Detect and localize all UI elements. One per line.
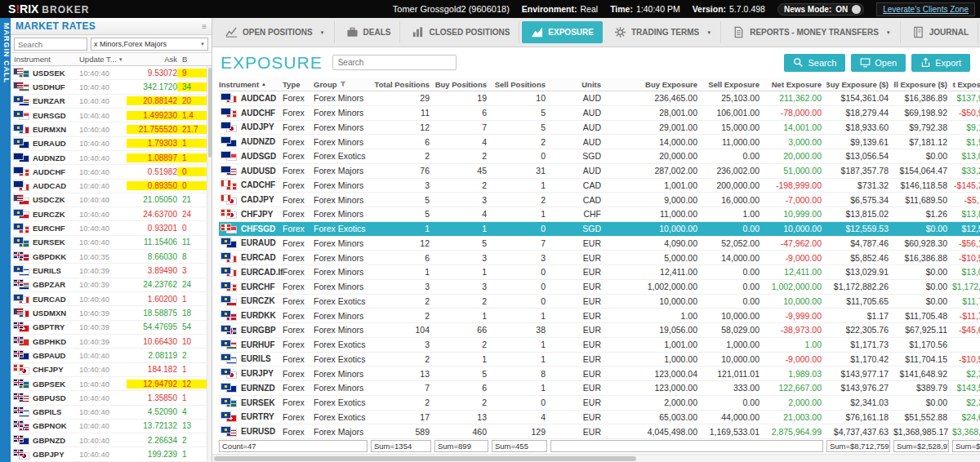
- chevron-down-icon[interactable]: ▼: [320, 30, 325, 35]
- market-rate-row[interactable]: GBPNZD10:40:402.266342: [11, 433, 212, 447]
- col-header-net-exposure[interactable]: Net Exposure: [764, 80, 826, 89]
- exposure-row[interactable]: AUDCADForexForex Minors291910AUD236,465.…: [219, 91, 980, 106]
- market-rate-row[interactable]: EURCHF10:40:400.932010: [11, 221, 212, 235]
- col-header-total-positions[interactable]: Total Positions: [371, 80, 434, 89]
- exposure-row[interactable]: EURNZDForexForex Minors761EUR123,000.003…: [219, 381, 980, 396]
- market-rate-row[interactable]: GBPHKD10:40:3910.6643010: [11, 335, 212, 349]
- exposure-row[interactable]: CHFSGDForexForex Exotics110SGD10,000.000…: [219, 222, 980, 237]
- exposure-row[interactable]: EURCAD.IfForexForex Minors110EUR12,411.0…: [219, 265, 980, 280]
- market-rate-row[interactable]: GBPDKK10:40:358.660308: [11, 250, 212, 264]
- market-rate-row[interactable]: EURAUD10:40:401.793031: [11, 137, 212, 151]
- market-rate-row[interactable]: EURILS10:40:393.894903: [11, 264, 212, 278]
- exposure-row[interactable]: CADJPYForexForex Minors532CAD9,000.0016,…: [219, 193, 980, 207]
- col-header-type[interactable]: Type: [283, 80, 314, 89]
- market-rate-row[interactable]: EURZAR10:40:4020.8814220: [11, 95, 212, 109]
- col-header-units[interactable]: Units: [550, 80, 606, 89]
- exposure-row[interactable]: EURHUFForexForex Exotics321EUR1,001.001,…: [219, 338, 980, 353]
- chevron-down-icon[interactable]: ▼: [706, 30, 711, 35]
- news-mode-toggle[interactable]: News Mode: ON: [777, 3, 864, 16]
- export-button[interactable]: Export: [911, 54, 970, 72]
- market-rate-row[interactable]: GBPJPY10:40:40199.2391: [11, 447, 212, 461]
- col-header-buy-positions[interactable]: Buy Positions: [434, 80, 492, 89]
- col-header-sell-exposure[interactable]: Sell Exposure ($): [893, 80, 952, 89]
- market-rate-row[interactable]: GBPUSD10:40:401.358501: [11, 391, 212, 405]
- flag-pair: [13, 180, 30, 191]
- tab-trading-terms[interactable]: TRADING TERMS▼: [605, 21, 721, 43]
- market-rate-row[interactable]: USDCZK10:40:4021.0505021: [11, 193, 212, 207]
- market-rate-row[interactable]: EURSGD10:40:401.4992301.4: [11, 109, 212, 122]
- col-header-sell-positions[interactable]: Sell Positions: [492, 80, 550, 89]
- ask-value: 1.08897: [127, 153, 177, 162]
- market-rate-row[interactable]: GBPZAR10:40:3924.2376224: [11, 278, 212, 292]
- chevron-down-icon[interactable]: ▼: [886, 30, 891, 35]
- market-rate-row[interactable]: GBPNOK10:40:4013.7213213: [11, 420, 212, 433]
- exposure-row[interactable]: EURGBPForexForex Minors1046638EUR19,056.…: [219, 323, 980, 338]
- tab-journal[interactable]: JOURNAL: [903, 21, 978, 43]
- col-header-sell-exposure[interactable]: Sell Exposure: [702, 80, 764, 89]
- market-rate-row[interactable]: CHFJPY10:40:40184.1821: [11, 363, 212, 377]
- market-rates-filter-dropdown[interactable]: x Minors,Forex Majors ▼: [91, 38, 208, 51]
- col-header-net-exposure[interactable]: Net Exposure ($): [952, 80, 980, 89]
- market-rate-row[interactable]: AUDCAD10:40:400.893500: [11, 180, 212, 193]
- exposure-row[interactable]: EURTRYForexForex Exotics17134EUR65,003.0…: [219, 411, 980, 425]
- exposure-row[interactable]: CADCHFForexForex Minors321CAD1,001.00200…: [219, 179, 980, 193]
- market-rate-row[interactable]: USDMXN10:40:3918.5887518: [11, 306, 212, 320]
- exposure-row[interactable]: AUDNZDForexForex Minors642AUD14,000.0011…: [219, 135, 980, 149]
- market-rate-row[interactable]: USDSEK10:40:409.530729: [11, 66, 212, 80]
- exposure-search-input[interactable]: [332, 55, 457, 70]
- exposure-row[interactable]: EURUSDForexForex Majors589460129EUR4,045…: [219, 424, 980, 439]
- tab-reports-money-transfers[interactable]: REPORTS - MONEY TRANSFERS▼: [724, 21, 901, 43]
- margin-call-tab[interactable]: MARGIN CALL: [0, 18, 11, 462]
- exposure-row[interactable]: EURCHFForexForex Minors330EUR1,002,000.0…: [219, 280, 980, 295]
- market-rate-row[interactable]: USDHUF10:40:40342.172034: [11, 80, 212, 94]
- open-button[interactable]: Open: [851, 54, 906, 72]
- col-header-buy-exposure[interactable]: Buy Exposure ($): [826, 80, 893, 89]
- exposure-row[interactable]: EURCADForexForex Minors633EUR5,000.0014,…: [219, 251, 980, 265]
- filter-icon[interactable]: [340, 81, 346, 87]
- exposure-row[interactable]: EURILSForexForex Exotics211EUR1,000.0010…: [219, 353, 980, 367]
- market-rate-row[interactable]: AUDCHF10:40:400.519820: [11, 165, 212, 179]
- tab-deals[interactable]: DEALS: [337, 21, 401, 43]
- exposure-row[interactable]: EURAUDForexForex Minors1257EUR4,090.0052…: [219, 237, 980, 251]
- market-col-update-t[interactable]: Update T...▼: [79, 55, 127, 64]
- market-rate-row[interactable]: AUDNZD10:40:401.088971: [11, 151, 212, 165]
- tab-open-positions[interactable]: OPEN POSITIONS▼: [216, 21, 335, 43]
- tab-closed-positions[interactable]: CLOSED POSITIONS: [403, 21, 519, 43]
- exposure-row[interactable]: AUDJPYForexForex Minors1275AUD29,001.001…: [219, 121, 980, 135]
- market-rate-row[interactable]: EURCAD10:40:401.602001: [11, 292, 212, 306]
- horizontal-scrollbar[interactable]: [212, 454, 980, 462]
- exposure-row[interactable]: CHFJPYForexForex Minors541CHF11,000.001.…: [219, 207, 980, 222]
- market-rate-row[interactable]: EURMXN10:40:4021.75552021.7: [11, 122, 212, 136]
- exposure-row[interactable]: EURCZKForexForex Exotics220EUR10,000.000…: [219, 295, 980, 309]
- exposure-row[interactable]: EURJPYForexForex Minors1358EUR123,000.04…: [219, 366, 980, 381]
- scrollbar-thumb[interactable]: [214, 456, 636, 461]
- vertical-scrollbar[interactable]: [207, 66, 212, 462]
- col-header-instrument[interactable]: Instrument▲: [219, 80, 283, 89]
- market-rate-row[interactable]: GBPAUD10:40:402.081192: [11, 349, 212, 362]
- market-col-b[interactable]: B: [177, 55, 212, 64]
- flag-pair: [220, 383, 238, 393]
- clients-zone-link[interactable]: Leverate's Clients Zone: [876, 2, 975, 16]
- market-rates-search-input[interactable]: [14, 38, 87, 51]
- market-rate-row[interactable]: GBPILS10:40:404.520904: [11, 406, 212, 420]
- exposure-row[interactable]: AUDSGDForexForex Exotics220SGD20,000.000…: [219, 149, 980, 164]
- scrollbar-thumb[interactable]: [208, 68, 212, 158]
- cell-instrument: AUDCHF: [219, 108, 283, 118]
- col-header-buy-exposure[interactable]: Buy Exposure: [606, 80, 702, 89]
- market-col-instrument[interactable]: Instrument: [11, 55, 79, 64]
- market-rate-row[interactable]: EURCZK10:40:4024.6370024: [11, 207, 212, 221]
- search-button[interactable]: Search: [784, 54, 845, 72]
- market-rate-row[interactable]: GBPTRY10:40:3954.4769554: [11, 321, 212, 335]
- market-col-ask[interactable]: Ask: [127, 55, 177, 64]
- exposure-row[interactable]: AUDCHFForexForex Minors1165AUD28,001.001…: [219, 106, 980, 121]
- exposure-row[interactable]: EURDKKForexForex Minors211EUR1.0010,000.…: [219, 309, 980, 323]
- market-rate-row[interactable]: GBPSEK10:40:4012.9479212: [11, 377, 212, 391]
- panel-menu-icon[interactable]: ≡: [202, 22, 207, 31]
- tab-exposure[interactable]: EXPOSURE: [522, 21, 603, 43]
- flag-pair: [220, 93, 238, 104]
- toggle-knob-icon[interactable]: [852, 5, 861, 14]
- exposure-row[interactable]: AUDUSDForexForex Majors764531AUD287,002.…: [219, 164, 980, 179]
- col-header-group[interactable]: Group: [314, 80, 371, 89]
- market-rate-row[interactable]: EURSEK10:40:4011.1540611: [11, 236, 212, 250]
- exposure-row[interactable]: EURSEKForexForex Exotics220EUR2,000.000.…: [219, 396, 980, 411]
